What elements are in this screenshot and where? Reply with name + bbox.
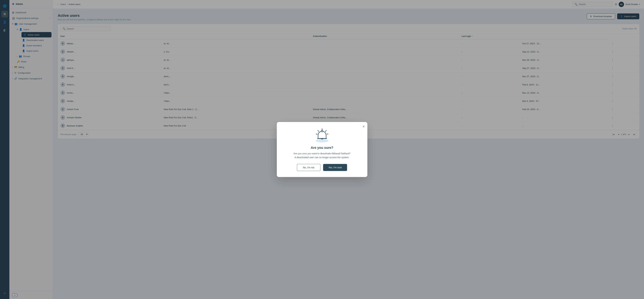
cancel-button[interactable]: No, I'm not xyxy=(297,164,320,171)
confirm-modal: × Are you sure? xyxy=(277,122,368,177)
alarm-bell-icon xyxy=(314,127,330,142)
svg-line-3 xyxy=(326,130,326,132)
svg-line-2 xyxy=(318,130,319,132)
modal-title: Are you sure? xyxy=(284,146,361,150)
svg-point-6 xyxy=(321,130,323,132)
modal-actions: No, I'm not Yes, I'm sure xyxy=(284,164,361,171)
confirm-button[interactable]: Yes, I'm sure xyxy=(323,164,347,171)
modal-overlay: × Are you sure? xyxy=(0,0,644,299)
modal-message-line1: Are you sure you want to deactivate Abba… xyxy=(294,152,350,155)
modal-close-button[interactable]: × xyxy=(363,125,365,128)
modal-icon-area xyxy=(284,127,361,142)
modal-message: Are you sure you want to deactivate Abba… xyxy=(284,152,361,159)
svg-point-0 xyxy=(316,139,328,142)
modal-message-line2: A deactivated user can no longer access … xyxy=(294,156,350,159)
